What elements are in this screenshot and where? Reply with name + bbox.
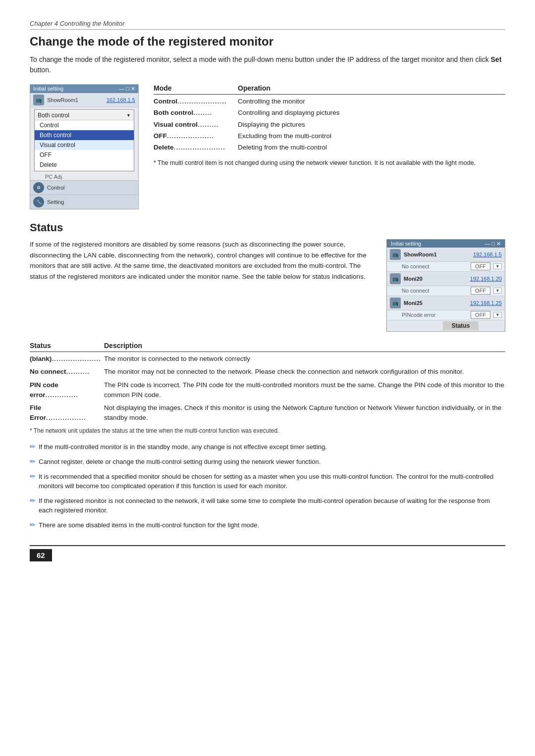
status-row-fileerror: File Error................. Not displayi…: [30, 403, 505, 423]
change-mode-title: Change the mode of the registered monito…: [30, 35, 505, 49]
status-moni25-sub: PINcode error OFF ▼: [387, 310, 505, 320]
status-table-header: Status Description: [30, 342, 505, 352]
mode-row-off: OFF.................... Excluding from t…: [154, 131, 505, 141]
bullet-note-4: ✏ If the registered monitor is not conne…: [30, 495, 505, 515]
mode-row-visualcontrol: Visual control......... Displaying the p…: [154, 120, 505, 130]
chapter-heading: Chapter 4 Controlling the Monitor: [30, 20, 505, 30]
status-row-noconnect: No connect.......... The monitor may not…: [30, 367, 505, 377]
control-nav-icon: ⚙: [33, 182, 44, 193]
status-showroom1-sub: No connect OFF ▼: [387, 262, 505, 272]
mode-note: * The multi control item is not changed …: [154, 158, 505, 168]
bullet-note-5: ✏ There are some disabled items in the m…: [30, 519, 505, 530]
setting-nav-icon: 🔧: [33, 197, 44, 207]
status-main-section: If some of the registered monitors are d…: [30, 239, 505, 332]
showroom-row: 📺 ShowRoom1 162.168.1.5: [30, 93, 138, 107]
page-number-bar: 62: [30, 545, 505, 561]
status-showroom1-row: 📺 ShowRoom1 192.168.1.5: [387, 248, 505, 262]
status-note-asterisk: * The network unit updates the status at…: [30, 427, 505, 434]
mode-row-bothcontrol: Both control........ Controlling and dis…: [154, 108, 505, 118]
dropdown-item-control[interactable]: Control: [35, 120, 134, 130]
mode-dropdown[interactable]: Both control ▼ Control Both control Visu…: [34, 109, 134, 171]
status-badge: Status: [443, 321, 479, 330]
nav-setting-row: 🔧 Setting: [30, 195, 138, 209]
status-title: Status: [30, 221, 505, 234]
status-label-area: Status: [387, 320, 505, 331]
nav-control-row: ⚙ Control: [30, 180, 138, 195]
mode-screenshot: Initial setting — □ ✕ 📺 ShowRoom1 162.16…: [30, 84, 139, 209]
status-moni20-row: 📺 Moni20 192.168.1.20: [387, 272, 505, 286]
page-number: 62: [30, 549, 52, 561]
dropdown-item-bothcontrol[interactable]: Both control: [35, 130, 134, 140]
pencil-icon-2: ✏: [30, 456, 36, 467]
status-row-blank: (blank)..................... The monitor…: [30, 354, 505, 364]
status-monitor-icon-2: 📺: [390, 273, 401, 284]
mode-row-delete: Delete...................... Deleting fr…: [154, 143, 505, 152]
pencil-icon-4: ✏: [30, 496, 36, 506]
pencil-icon-5: ✏: [30, 520, 36, 530]
dropdown-arrow-icon: ▼: [126, 113, 131, 118]
mode-operation-table: Mode Operation Control..................…: [154, 84, 505, 168]
mode-row-control: Control..................... Controlling…: [154, 97, 505, 106]
status-moni20-sub: No connect OFF ▼: [387, 286, 505, 296]
status-row-pincode: PIN code error.............. The PIN cod…: [30, 380, 505, 401]
dropdown-item-delete[interactable]: Delete: [35, 160, 134, 170]
status-moni25-row: 📺 Moni25 192.168.1.25: [387, 296, 505, 310]
dropdown-header[interactable]: Both control ▼: [35, 111, 134, 120]
screenshot-titlebar: Initial setting — □ ✕: [30, 85, 138, 93]
dropdown-item-visualcontrol[interactable]: Visual control: [35, 140, 134, 150]
status-monitor-icon-3: 📺: [390, 298, 401, 308]
bullet-note-2: ✏ Cannot register, delete or change the …: [30, 456, 505, 467]
pencil-icon-3: ✏: [30, 471, 36, 482]
pencil-icon-1: ✏: [30, 442, 36, 452]
monitor-icon: 📺: [33, 95, 44, 105]
bullet-note-3: ✏ It is recommended that a specified mon…: [30, 471, 505, 491]
status-table-section: Status Description (blank)..............…: [30, 342, 505, 434]
status-monitor-icon-1: 📺: [390, 249, 401, 260]
top-section: Initial setting — □ ✕ 📺 ShowRoom1 162.16…: [30, 84, 505, 209]
bullet-notes-section: ✏ If the multi-controlled monitor is in …: [30, 441, 505, 530]
status-body-text: If some of the registered monitors are d…: [30, 239, 372, 332]
status-screenshot-titlebar: Initial setting — □ ✕: [387, 240, 505, 248]
intro-paragraph: To change the mode of the registered mon…: [30, 54, 505, 75]
mode-table-header: Mode Operation: [154, 84, 505, 95]
dropdown-item-off[interactable]: OFF: [35, 150, 134, 160]
status-screenshot: Initial setting — □ ✕ 📺 ShowRoom1 192.16…: [386, 239, 505, 332]
pcadj-label: PC Adj.: [30, 173, 138, 180]
bullet-note-1: ✏ If the multi-controlled monitor is in …: [30, 441, 505, 452]
